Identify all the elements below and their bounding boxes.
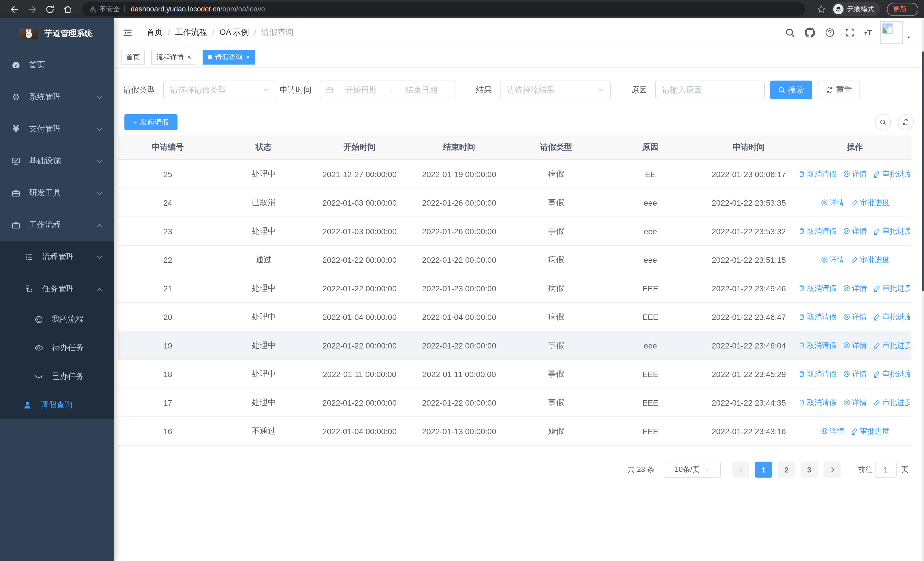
sidebar-item-待办任务[interactable]: 待办任务 <box>0 334 114 362</box>
progress-link[interactable]: 审批进度 <box>850 426 890 436</box>
prev-page-button[interactable] <box>732 462 749 478</box>
sidebar-item-首页[interactable]: 首页 <box>0 49 114 81</box>
browser-home-icon[interactable] <box>63 4 72 14</box>
detail-link[interactable]: 详情 <box>820 426 844 436</box>
tab-首页[interactable]: 首页 <box>121 50 145 65</box>
sidebar-item-工作流程[interactable]: 工作流程 <box>0 209 114 241</box>
close-icon[interactable]: × <box>246 54 250 60</box>
reset-button[interactable]: 重置 <box>818 81 860 99</box>
browser-forward-icon[interactable] <box>27 4 37 14</box>
sidebar-item-请假查询[interactable]: 请假查询 <box>0 391 114 419</box>
help-icon[interactable] <box>824 27 835 38</box>
sidebar-item-支付管理[interactable]: ¥支付管理 <box>0 113 114 145</box>
breadcrumb-item[interactable]: OA 示例 <box>220 27 249 38</box>
cancel-leave-link[interactable]: 取消请假 <box>800 397 837 408</box>
cancel-leave-link[interactable]: 取消请假 <box>800 340 837 350</box>
breadcrumb-item[interactable]: 首页 <box>147 27 163 38</box>
progress-link[interactable]: 审批进度 <box>873 397 910 408</box>
tab-流程详情[interactable]: 流程详情× <box>151 50 196 65</box>
table-cell: 事假 <box>509 397 603 408</box>
cancel-leave-link[interactable]: 取消请假 <box>800 226 837 236</box>
cancel-leave-link[interactable]: 取消请假 <box>800 283 837 293</box>
progress-link[interactable]: 审批进度 <box>873 311 910 322</box>
detail-link[interactable]: 详情 <box>843 226 867 236</box>
refresh-table-button[interactable] <box>898 114 914 130</box>
logo[interactable]: 芋道管理系统 <box>0 18 114 49</box>
sidebar-item-任务管理[interactable]: 任务管理 <box>0 273 114 305</box>
table-row[interactable]: 21处理中2022-01-22 00:00:002022-01-23 00:00… <box>118 274 912 303</box>
progress-link[interactable]: 审批进度 <box>873 340 910 350</box>
cancel-leave-link[interactable]: 取消请假 <box>800 369 837 379</box>
detail-link[interactable]: 详情 <box>843 169 867 179</box>
cancel-leave-link[interactable]: 取消请假 <box>800 169 837 179</box>
table-row[interactable]: 17处理中2022-01-22 00:00:002022-01-22 00:00… <box>118 388 912 417</box>
search-button[interactable]: 搜索 <box>770 81 812 99</box>
sidebar-item-流程管理[interactable]: 流程管理 <box>0 241 114 273</box>
sidebar-item-系统管理[interactable]: ⚙系统管理 <box>0 81 114 113</box>
table-row[interactable]: 25处理中2021-12-27 00:00:002022-01-19 00:00… <box>118 160 912 188</box>
detail-link[interactable]: 详情 <box>843 283 867 293</box>
avatar[interactable] <box>880 21 903 44</box>
sidebar-item-研发工具[interactable]: 研发工具 <box>0 177 114 209</box>
sidebar-item-已办任务[interactable]: 已办任务 <box>0 362 114 391</box>
browser-menu-icon[interactable] <box>911 5 913 13</box>
page-button-3[interactable]: 3 <box>801 462 818 478</box>
close-icon[interactable]: × <box>187 54 191 60</box>
breadcrumb-item[interactable]: 工作流程 <box>175 27 207 38</box>
detail-link[interactable]: 详情 <box>843 340 867 350</box>
detail-link[interactable]: 详情 <box>843 397 867 408</box>
reason-input[interactable]: 请输入原因 <box>655 81 765 99</box>
hamburger-icon[interactable] <box>122 28 133 38</box>
browser-update-button[interactable]: 更新 <box>887 3 918 16</box>
bookmark-star-icon[interactable] <box>817 5 826 14</box>
progress-link[interactable]: 审批进度 <box>873 369 910 379</box>
not-secure-label[interactable]: 不安全 <box>99 4 120 14</box>
progress-link[interactable]: 审批进度 <box>873 283 910 293</box>
leave-type-select[interactable]: 请选择请假类型 <box>163 81 276 99</box>
chevron-down-icon <box>704 467 710 472</box>
browser-back-icon[interactable] <box>10 4 20 14</box>
create-leave-button[interactable]: + 发起请假 <box>124 114 177 130</box>
table-row[interactable]: 16不通过2022-01-04 00:00:002022-01-13 00:00… <box>118 417 912 445</box>
table-row[interactable]: 24已取消2022-01-03 00:00:002022-01-26 00:00… <box>118 188 912 217</box>
progress-link[interactable]: 审批进度 <box>850 254 890 265</box>
next-page-button[interactable] <box>824 462 841 478</box>
breadcrumb-separator: / <box>254 28 256 37</box>
detail-link[interactable]: 详情 <box>843 369 867 379</box>
progress-link[interactable]: 审批进度 <box>850 197 890 208</box>
goto-page-input[interactable]: 1 <box>875 462 897 478</box>
browser-reload-icon[interactable] <box>45 4 55 14</box>
tab-请假查询[interactable]: 请假查询× <box>202 50 255 65</box>
table-row[interactable]: 23处理中2022-01-03 00:00:002022-01-26 00:00… <box>118 217 912 246</box>
apply-time-range-picker[interactable]: 开始日期 - 结束日期 <box>320 81 455 99</box>
search-icon[interactable] <box>784 27 795 38</box>
progress-link[interactable]: 审批进度 <box>873 226 910 236</box>
page-button-1[interactable]: 1 <box>755 462 772 478</box>
page-size-select[interactable]: 10条/页 <box>664 462 721 478</box>
table-row[interactable]: 20处理中2022-01-04 00:00:002022-01-04 00:00… <box>118 303 912 331</box>
url-text[interactable]: dashboard.yudao.iocoder.cn/bpm/oa/leave <box>131 5 265 13</box>
chevron-down-icon <box>597 87 604 93</box>
table-row[interactable]: 22通过2022-01-22 00:00:002022-01-22 00:00:… <box>118 246 912 274</box>
detail-link[interactable]: 详情 <box>820 254 844 265</box>
progress-link[interactable]: 审批进度 <box>873 169 910 179</box>
font-size-icon[interactable]: тT <box>864 28 872 37</box>
sidebar-item-我的流程[interactable]: 我的流程 <box>0 305 114 334</box>
goto-label: 前往 <box>858 465 873 475</box>
table-row[interactable]: 18处理中2022-01-11 00:00:002022-01-11 00:00… <box>118 360 912 388</box>
action-label: 取消请假 <box>807 283 837 293</box>
table-row[interactable]: 19处理中2022-01-22 00:00:002022-01-22 00:00… <box>118 331 912 360</box>
cancel-leave-link[interactable]: 取消请假 <box>800 311 837 322</box>
github-icon[interactable] <box>804 27 815 38</box>
toggle-search-button[interactable] <box>875 114 891 130</box>
page-button-2[interactable]: 2 <box>778 462 795 478</box>
detail-link[interactable]: 详情 <box>820 197 844 208</box>
result-select[interactable]: 请选择流结果 <box>500 81 610 99</box>
sidebar-item-基础设施[interactable]: 基础设施 <box>0 145 114 177</box>
avatar-caret-down-icon[interactable] <box>906 35 912 39</box>
address-bar[interactable]: 不安全 dashboard.yudao.iocoder.cn/bpm/oa/le… <box>82 2 805 16</box>
scrollbar-thumb[interactable] <box>922 51 924 291</box>
table-cell: 2022-01-22 23:49:46 <box>698 284 800 293</box>
detail-link[interactable]: 详情 <box>843 311 867 322</box>
fullscreen-icon[interactable] <box>844 27 855 38</box>
